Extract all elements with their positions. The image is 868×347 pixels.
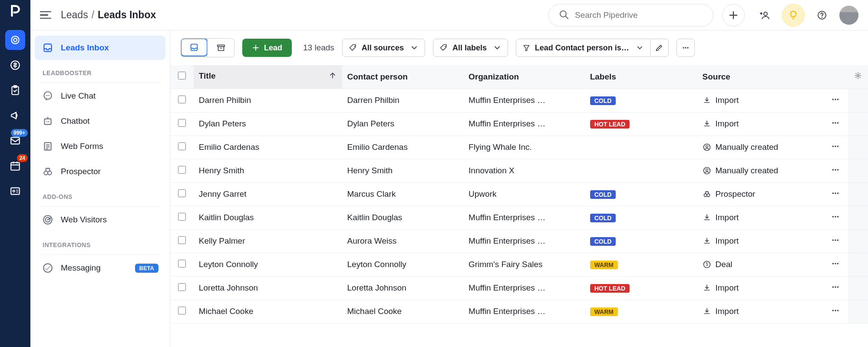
row-actions-button[interactable] <box>831 167 840 176</box>
cell-org: Innovation X <box>463 159 585 182</box>
source-icon <box>703 119 711 128</box>
row-checkbox[interactable] <box>178 119 186 127</box>
sidebar-item-leads-inbox[interactable]: Leads Inbox <box>35 36 165 60</box>
toolbar: Lead 13 leads All sources All labels Lea… <box>170 30 868 65</box>
table-row[interactable]: Michael Cooke Michael Cooke Muffin Enter… <box>170 300 868 323</box>
cell-contact: Kaitlin Douglas <box>342 206 464 229</box>
row-checkbox[interactable] <box>178 283 186 291</box>
menu-toggle-icon[interactable] <box>40 9 52 21</box>
nav-contacts[interactable] <box>5 181 25 201</box>
edit-filter-button[interactable] <box>650 39 669 57</box>
help-button[interactable] <box>811 4 833 26</box>
sidebar-item-web-visitors[interactable]: Web Visitors <box>35 208 165 232</box>
more-options-button[interactable] <box>677 39 695 57</box>
table-row[interactable]: Kaitlin Douglas Kaitlin Douglas Muffin E… <box>170 206 868 229</box>
search-box[interactable] <box>548 4 713 26</box>
row-checkbox[interactable] <box>178 213 186 221</box>
filter-labels[interactable]: All labels <box>433 39 508 57</box>
row-actions-button[interactable] <box>831 261 840 270</box>
add-lead-button[interactable]: Lead <box>242 39 292 57</box>
cell-title: Kaitlin Douglas <box>194 206 342 229</box>
cell-title: Dylan Peters <box>194 112 342 135</box>
cell-source: Prospector <box>697 182 823 206</box>
cell-org: Flying Whale Inc. <box>463 135 585 159</box>
table-row[interactable]: Dylan Peters Dylan Peters Muffin Enterpr… <box>170 112 868 135</box>
row-checkbox[interactable] <box>178 166 186 174</box>
source-icon <box>703 284 711 292</box>
sidebar-item-web-forms[interactable]: Web Forms <box>35 134 165 159</box>
row-checkbox[interactable] <box>178 236 186 244</box>
cell-title: Leyton Connolly <box>194 253 342 276</box>
filter-custom-label: Lead Contact person is n… <box>535 43 630 53</box>
leads-table: Title Contact person Organization Labels… <box>170 65 868 324</box>
cell-labels: COLD <box>585 89 697 112</box>
view-inbox-button[interactable] <box>181 38 208 56</box>
table-row[interactable]: Darren Philbin Darren Philbin Muffin Ent… <box>170 89 868 112</box>
row-checkbox[interactable] <box>178 142 186 150</box>
row-actions-button[interactable] <box>831 191 840 200</box>
col-org-header[interactable]: Organization <box>463 65 585 89</box>
filter-custom[interactable]: Lead Contact person is n… <box>516 39 650 57</box>
view-archive-button[interactable] <box>207 39 234 57</box>
cell-title: Henry Smith <box>194 159 342 182</box>
row-actions-button[interactable] <box>831 120 840 129</box>
cell-labels: HOT LEAD <box>585 112 697 135</box>
table-row[interactable]: Henry Smith Henry Smith Innovation X Man… <box>170 159 868 182</box>
nav-leads[interactable] <box>5 30 25 50</box>
nav-rail: 999+ 24 <box>0 0 30 347</box>
table-row[interactable]: Jenny Garret Marcus Clark Upwork COLD Pr… <box>170 182 868 206</box>
row-actions-button[interactable] <box>831 284 840 294</box>
sidebar-item-label: Messaging <box>61 263 101 273</box>
sidebar-item-messaging[interactable]: MessagingBETA <box>35 256 165 280</box>
cell-contact: Marcus Clark <box>342 182 464 206</box>
row-checkbox[interactable] <box>178 307 186 314</box>
filter-sources[interactable]: All sources <box>342 39 425 57</box>
user-avatar[interactable] <box>839 6 858 25</box>
select-all-checkbox[interactable] <box>178 72 186 79</box>
filter-sources-label: All sources <box>362 43 404 53</box>
table-row[interactable]: Loretta Johnson Loretta Johnson Muffin E… <box>170 276 868 300</box>
table-row[interactable]: Kelly Palmer Aurora Weiss Muffin Enterpr… <box>170 229 868 253</box>
search-input[interactable] <box>575 10 703 20</box>
row-actions-button[interactable] <box>831 97 840 106</box>
nav-campaigns[interactable] <box>5 106 25 126</box>
table-settings-button[interactable] <box>848 65 868 89</box>
message-icon <box>42 262 54 274</box>
sales-assistant-button[interactable] <box>782 4 805 26</box>
table-row[interactable]: Leyton Connolly Leyton Connolly Grimm's … <box>170 253 868 276</box>
beta-badge: BETA <box>135 264 158 273</box>
nav-activities[interactable]: 24 <box>5 156 25 176</box>
source-icon <box>703 237 711 245</box>
nav-projects[interactable] <box>5 80 25 100</box>
row-checkbox[interactable] <box>178 189 186 197</box>
cell-org: Grimm's Fairy Sales <box>463 253 585 276</box>
quick-add-button[interactable] <box>722 4 745 26</box>
col-source-header[interactable]: Source <box>697 65 823 89</box>
invite-users-button[interactable] <box>753 4 776 26</box>
select-all-header[interactable] <box>170 65 194 89</box>
table-row[interactable]: Emilio Cardenas Emilio Cardenas Flying W… <box>170 135 868 159</box>
sidebar-item-prospector[interactable]: Prospector <box>35 159 165 184</box>
sidebar-item-label: Prospector <box>61 167 101 176</box>
label-badge: COLD <box>590 190 616 199</box>
app-logo[interactable] <box>9 4 22 19</box>
nav-mail[interactable]: 999+ <box>5 131 25 151</box>
col-title-header[interactable]: Title <box>194 65 342 89</box>
breadcrumb-parent[interactable]: Leads <box>61 9 88 21</box>
cell-contact: Aurora Weiss <box>342 229 464 253</box>
sidebar-item-label: Chatbot <box>61 116 90 126</box>
cell-title: Darren Philbin <box>194 89 342 112</box>
sidebar-item-live-chat[interactable]: Live Chat <box>35 84 165 108</box>
row-checkbox[interactable] <box>178 96 186 103</box>
nav-deals[interactable] <box>5 55 25 75</box>
col-contact-header[interactable]: Contact person <box>342 65 464 89</box>
cell-labels: WARM <box>585 300 697 323</box>
row-actions-button[interactable] <box>831 144 840 153</box>
col-labels-header[interactable]: Labels <box>585 65 697 89</box>
row-actions-button[interactable] <box>831 214 840 223</box>
row-actions-button[interactable] <box>831 238 840 247</box>
sidebar-item-chatbot[interactable]: Chatbot <box>35 109 165 133</box>
row-actions-button[interactable] <box>831 308 840 317</box>
row-checkbox[interactable] <box>178 260 186 268</box>
bot-icon <box>42 115 54 127</box>
